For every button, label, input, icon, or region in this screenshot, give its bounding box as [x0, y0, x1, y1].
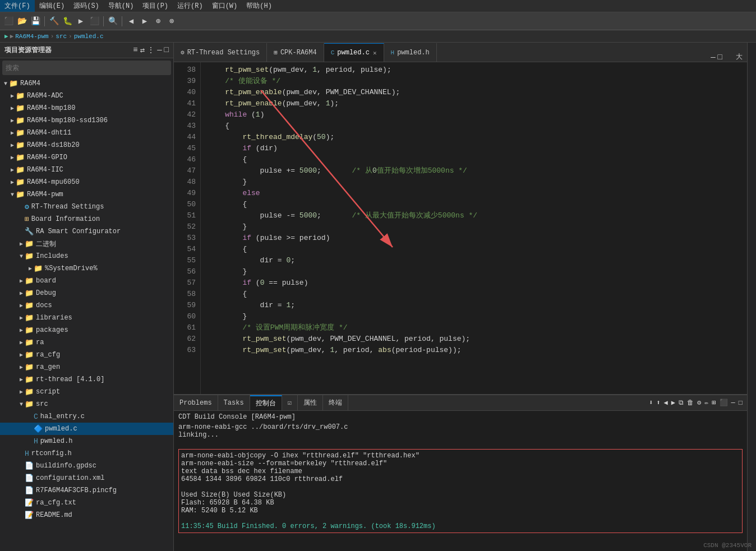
tree-item-config-xml[interactable]: 📄 configuration.xml	[0, 472, 173, 484]
bottom-tab-terminal[interactable]: 终端	[323, 395, 348, 410]
tree-item-ra6m4-bmp180ssd[interactable]: ▶ 📁 RA6M4-bmp180-ssd1306	[0, 114, 173, 127]
code-line[interactable]: if (pulse >= period)	[208, 233, 747, 244]
menu-help[interactable]: 帮助(H)	[242, 0, 276, 12]
code-line[interactable]: rt_pwm_set(pwm_dev, 1, period, pulse);	[208, 64, 747, 76]
console-icon-edit[interactable]: ✏	[704, 399, 708, 407]
breadcrumb-project[interactable]: RA6M4-pwm	[15, 33, 48, 40]
tree-item-ra6m4-dht11[interactable]: ▶ 📁 RA6M4-dht11	[0, 127, 173, 139]
code-line[interactable]: {	[208, 154, 747, 165]
code-line[interactable]: rt_pwm_set(pwm_dev, PWM_DEV_CHANNEL, per…	[208, 334, 747, 345]
code-line[interactable]: }	[208, 266, 747, 277]
tree-item-readme[interactable]: 📝 README.md	[0, 509, 173, 521]
console-icon-minimize[interactable]: —	[731, 399, 735, 407]
bottom-tab-console[interactable]: 控制台	[250, 395, 282, 410]
code-line[interactable]: {	[208, 121, 747, 132]
toolbar-debug[interactable]: 🐛	[61, 15, 73, 27]
tree-item-board-information[interactable]: ⊞ Board Information	[0, 213, 173, 225]
code-line[interactable]: {	[208, 244, 747, 255]
tab-close-pwmled-c[interactable]: ✕	[373, 49, 377, 57]
tree-item-docs[interactable]: ▶ 📁 docs	[0, 299, 173, 312]
tab-rt-thread-settings[interactable]: ⚙ RT-Thread Settings	[174, 43, 267, 62]
sidebar-collapse-icon[interactable]: ≡	[133, 45, 137, 55]
code-line[interactable]: {	[208, 289, 747, 300]
menu-navigate[interactable]: 导航(N)	[104, 0, 139, 12]
toolbar-build[interactable]: 🔨	[48, 15, 60, 27]
menu-window[interactable]: 窗口(W)	[208, 0, 242, 12]
tree-item-script[interactable]: ▶ 📁 script	[0, 386, 173, 398]
sidebar-dots-icon[interactable]: ⋮	[147, 45, 155, 55]
tree-item-board[interactable]: ▶ 📁 board	[0, 275, 173, 287]
tab-pwmled-h[interactable]: H pwmled.h	[384, 43, 437, 62]
toolbar-prev[interactable]: ◀	[125, 15, 137, 27]
code-line[interactable]: while (1)	[208, 109, 747, 121]
code-line[interactable]: rt_pwm_set(pwm_dev, 1, period, abs(perio…	[208, 345, 747, 356]
code-editor[interactable]: 3839404142434445464748495051525354555657…	[174, 62, 747, 394]
tree-item-rt-thread[interactable]: ▶ 📁 rt-thread [4.1.0]	[0, 373, 173, 386]
bottom-tab-properties[interactable]: 属性	[298, 395, 323, 410]
toolbar-extra1[interactable]: ⊕	[152, 15, 164, 27]
console-icon-settings[interactable]: ⚙	[697, 399, 701, 407]
tree-item-ra6m4-gpio[interactable]: ▶ 📁 RA6M4-GPIO	[0, 151, 173, 164]
code-line[interactable]: }	[208, 311, 747, 322]
console-icon-clear[interactable]: 🗑	[687, 399, 694, 407]
tab-bar-expand-icon[interactable]: 大	[736, 52, 743, 62]
console-icon-up[interactable]: ⬆	[656, 399, 660, 407]
tree-item-rtconfig-h[interactable]: H rtconfig.h	[0, 447, 173, 460]
tree-item-systemdrive[interactable]: ▶ 📁 %SystemDrive%	[0, 262, 173, 275]
tree-item-debug[interactable]: ▶ 📁 Debug	[0, 287, 173, 299]
tree-item-ra6m4-adc[interactable]: ▶ 📁 RA6M4-ADC	[0, 90, 173, 102]
code-line[interactable]: else	[208, 188, 747, 199]
code-line[interactable]: rt_pwm_enable(pwm_dev, PWM_DEV_CHANNEL);	[208, 87, 747, 98]
search-input[interactable]	[6, 64, 168, 72]
tab-pwmled-c[interactable]: C pwmled.c ✕	[324, 43, 384, 62]
menu-edit[interactable]: 编辑(E)	[35, 0, 70, 12]
code-line[interactable]: }	[208, 221, 747, 233]
console-icon-prev[interactable]: ◀	[663, 399, 667, 407]
toolbar-extra2[interactable]: ⊗	[165, 15, 178, 27]
tree-item-ra6m4-iic[interactable]: ▶ 📁 RA6M4-IIC	[0, 164, 173, 176]
menu-project[interactable]: 项目(P)	[138, 0, 173, 12]
code-line[interactable]: dir = 0;	[208, 255, 747, 266]
console-icon-next[interactable]: ▶	[671, 399, 675, 407]
console-icon-down[interactable]: ⬇	[649, 399, 653, 407]
tree-item-ra-cfg[interactable]: ▶ 📁 ra_cfg	[0, 349, 173, 361]
tree-item-packages[interactable]: ▶ 📁 packages	[0, 324, 173, 336]
toolbar-search[interactable]: 🔍	[107, 15, 119, 27]
tree-item-rt-thread-settings[interactable]: ⚙ RT-Thread Settings	[0, 201, 173, 213]
menu-run[interactable]: 运行(R)	[173, 0, 208, 12]
toolbar-open[interactable]: 📂	[16, 15, 28, 27]
sidebar-search-bar[interactable]	[2, 61, 171, 75]
tree-item-hal-entry[interactable]: C hal_entry.c	[0, 410, 173, 423]
toolbar-run[interactable]: ▶	[75, 15, 87, 27]
tree-item-ra6m4-mpu6050[interactable]: ▶ 📁 RA6M4-mpu6050	[0, 176, 173, 188]
tree-item-ra-gen[interactable]: ▶ 📁 ra_gen	[0, 361, 173, 373]
toolbar-new[interactable]: ⬛	[2, 15, 15, 27]
code-line[interactable]: rt_thread_mdelay(50);	[208, 132, 747, 143]
tree-item-ra6m4-pwm[interactable]: ▼ 📁 RA6M4-pwm	[0, 188, 173, 201]
code-line[interactable]: }	[208, 177, 747, 188]
tab-cpk-ra6m4[interactable]: ⊞ CPK-RA6M4	[267, 43, 324, 62]
tree-item-ra6m4-root[interactable]: ▼ 📁 RA6M4	[0, 77, 173, 90]
tab-bar-maximize-icon[interactable]: □	[718, 53, 722, 62]
code-content[interactable]: rt_pwm_set(pwm_dev, 1, period, pulse); /…	[201, 62, 747, 394]
code-line[interactable]: /* 设置PWM周期和脉冲宽度 */	[208, 322, 747, 334]
tree-item-ra[interactable]: ▶ 📁 ra	[0, 336, 173, 349]
console-icon-grid[interactable]: ⊞	[712, 399, 716, 407]
menu-file[interactable]: 文件(F)	[0, 0, 35, 12]
bottom-tab-check[interactable]: ☑	[282, 395, 298, 410]
code-line[interactable]: if (0 == pulse)	[208, 277, 747, 289]
toolbar-save[interactable]: 💾	[29, 15, 42, 27]
code-line[interactable]: {	[208, 199, 747, 210]
code-line[interactable]: pulse -= 5000; /* 从最大值开始每次减少5000ns */	[208, 210, 747, 221]
tree-item-ra-cfg-txt[interactable]: 📝 ra_cfg.txt	[0, 497, 173, 509]
toolbar-stop[interactable]: ⬛	[88, 15, 100, 27]
code-line[interactable]: dir = 1;	[208, 300, 747, 311]
tree-item-src-folder[interactable]: ▼ 📁 src	[0, 398, 173, 410]
code-line[interactable]: /* 使能设备 */	[208, 76, 747, 87]
code-line[interactable]: if (dir)	[208, 143, 747, 154]
bottom-tab-problems[interactable]: Problems	[174, 395, 218, 410]
tree-item-pincfg[interactable]: 📄 R7FA6M4AF3CFB.pincfg	[0, 484, 173, 497]
tree-item-ra6m4-bmp180[interactable]: ▶ 📁 RA6M4-bmp180	[0, 102, 173, 114]
tree-item-pwmled-h[interactable]: H pwmled.h	[0, 435, 173, 447]
sidebar-max-icon[interactable]: □	[164, 45, 169, 55]
